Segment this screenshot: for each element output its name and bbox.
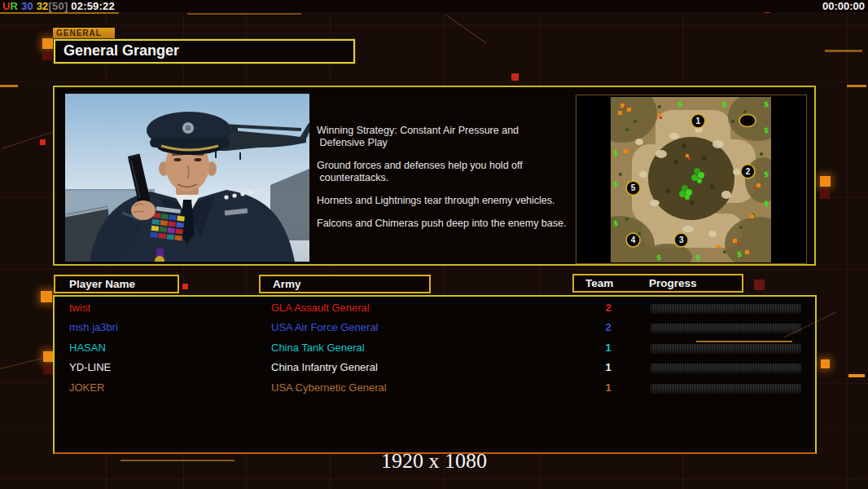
- team-column-label: Team: [585, 275, 613, 291]
- general-name-box: General Granger: [54, 39, 355, 64]
- circuit-node: [820, 189, 830, 199]
- briefing-text: Winning Strategy: Constant Air Pressure …: [317, 125, 576, 240]
- circuit-trace: [446, 15, 487, 43]
- player-team: 2: [600, 298, 616, 318]
- grid-line: [0, 82, 868, 82]
- svg-text:$: $: [613, 219, 618, 227]
- circuit-node: [43, 365, 53, 374]
- resolution-label: 1920 x 1080: [0, 449, 868, 474]
- briefing-paragraph: Winning Strategy: Constant Air Pressure …: [317, 125, 576, 149]
- session-info-part: 30: [21, 0, 37, 12]
- start-position-marker: 1: [691, 114, 705, 128]
- svg-text:$: $: [764, 170, 769, 178]
- session-info-part: 32: [37, 0, 49, 12]
- start-position-marker: 3: [674, 233, 688, 247]
- circuit-node: [42, 38, 53, 49]
- circuit-node: [182, 284, 188, 289]
- player-name: JOKER: [69, 378, 104, 398]
- player-row: YD-LINEChina Infantry General1: [55, 358, 815, 377]
- player-progress-bar: [650, 323, 802, 334]
- player-team: 1: [600, 378, 616, 398]
- circuit-trace: [0, 85, 18, 87]
- player-progress-bar: [650, 303, 802, 315]
- svg-text:5: 5: [631, 183, 636, 192]
- circuit-trace: [825, 50, 862, 52]
- player-name: twist: [69, 298, 90, 318]
- session-info-part: [50]: [49, 0, 72, 12]
- circuit-trace: [847, 85, 866, 87]
- minimap-panel: $$$ $$$ $$$ $$$ 12345: [576, 95, 807, 264]
- svg-text:$: $: [764, 200, 769, 208]
- svg-text:$: $: [721, 100, 726, 108]
- player-row: JOKERUSA Cybernetic General1: [55, 378, 815, 398]
- general-name: General Granger: [64, 42, 179, 59]
- general-tab-label: GENERAL: [53, 28, 115, 39]
- player-army: USA Cybernetic General: [271, 378, 387, 398]
- start-position-marker: 2: [741, 165, 755, 178]
- svg-text:$: $: [677, 100, 682, 108]
- player-name: YD-LINE: [69, 358, 111, 377]
- svg-text:$: $: [764, 126, 769, 134]
- svg-text:4: 4: [631, 236, 636, 244]
- match-timer: 00:00:00: [822, 0, 865, 12]
- circuit-node: [511, 73, 519, 81]
- player-progress-bar: [650, 383, 802, 394]
- player-army: China Tank General: [271, 338, 365, 358]
- grid-line: [847, 0, 848, 489]
- player-team: 1: [600, 338, 616, 358]
- circuit-node: [754, 280, 765, 290]
- empty-start-marker: [739, 115, 756, 127]
- player-army: GLA Assault General: [271, 298, 370, 318]
- column-header-army: Army: [259, 275, 431, 293]
- circuit-trace: [0, 12, 119, 14]
- session-info-part: R: [11, 0, 21, 12]
- progress-column-label: Progress: [649, 275, 697, 291]
- circuit-node: [820, 176, 831, 187]
- svg-text:1: 1: [696, 117, 701, 126]
- column-header-team-progress: Team Progress: [572, 274, 743, 293]
- general-portrait: [65, 94, 309, 262]
- player-list-panel: twistGLA Assault General2msh ja3briUSA A…: [53, 295, 817, 454]
- svg-text:$: $: [613, 180, 618, 188]
- session-info-part: 02:59:22: [71, 0, 115, 12]
- player-progress-bar: [650, 343, 802, 355]
- player-army: USA Air Force General: [271, 318, 379, 337]
- circuit-trace: [848, 374, 865, 377]
- circuit-node: [41, 291, 52, 302]
- grid-line: [0, 24, 868, 25]
- svg-text:$: $: [613, 149, 618, 157]
- circuit-node: [821, 359, 830, 368]
- svg-text:$: $: [737, 250, 742, 258]
- start-position-marker: 5: [626, 181, 640, 195]
- circuit-node: [42, 51, 52, 60]
- session-info-part: U: [2, 0, 11, 12]
- player-row: twistGLA Assault General2: [55, 298, 815, 318]
- minimap: $$$ $$$ $$$ $$$ 12345: [611, 97, 771, 262]
- briefing-paragraph: Falcons and Chimeras push deep into the …: [317, 218, 576, 230]
- session-info: UR 30 32[50] 02:59:22: [2, 0, 115, 12]
- briefing-paragraph: Hornets and Lightnings tear through enem…: [317, 195, 576, 207]
- main-info-panel: Winning Strategy: Constant Air Pressure …: [53, 86, 816, 266]
- column-header-player-name: Player Name: [54, 275, 179, 293]
- player-team: 2: [600, 318, 616, 337]
- top-bar: UR 30 32[50] 02:59:22 00:00:00: [0, 0, 868, 12]
- svg-text:2: 2: [746, 167, 751, 176]
- circuit-trace: [187, 13, 301, 15]
- player-team: 1: [600, 358, 616, 377]
- svg-text:3: 3: [679, 236, 684, 244]
- svg-text:$: $: [695, 253, 700, 262]
- player-row: msh ja3briUSA Air Force General2: [55, 318, 815, 337]
- circuit-trace: [2, 130, 56, 149]
- circuit-trace: [696, 341, 792, 342]
- player-name: msh ja3bri: [69, 318, 118, 337]
- player-progress-bar: [650, 363, 802, 374]
- player-army: China Infantry General: [271, 358, 378, 377]
- grid-line: [0, 269, 868, 270]
- svg-text:$: $: [764, 100, 769, 108]
- svg-text:$: $: [656, 253, 661, 262]
- start-position-marker: 4: [626, 233, 640, 247]
- briefing-paragraph: Ground forces and defenses help you hold…: [317, 160, 576, 184]
- circuit-node: [40, 139, 46, 145]
- grid-line: [0, 479, 868, 480]
- player-name: HASAN: [69, 338, 106, 358]
